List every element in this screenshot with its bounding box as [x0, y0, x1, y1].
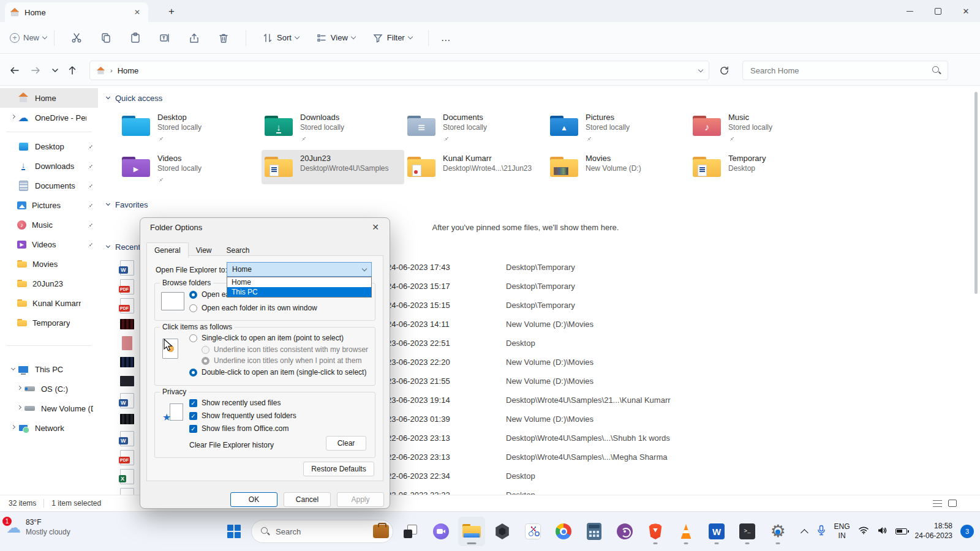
taskbar-clock[interactable]: 18:58 24-06-2023: [915, 522, 952, 541]
checkbox-office-files[interactable]: Show files from Office.com: [189, 424, 289, 433]
back-button[interactable]: [6, 62, 23, 79]
notification-badge[interactable]: 3: [960, 525, 974, 538]
start-button[interactable]: [221, 517, 247, 546]
address-dropdown-icon[interactable]: [698, 67, 703, 72]
details-view-icon[interactable]: [933, 500, 942, 507]
settings-button[interactable]: ⚙: [764, 517, 791, 546]
terminal-button[interactable]: >_: [734, 517, 761, 546]
word-button[interactable]: W: [703, 517, 730, 546]
new-button[interactable]: New: [10, 33, 47, 43]
calculator-button[interactable]: [581, 517, 608, 546]
tray-overflow-icon[interactable]: [801, 529, 809, 537]
minimize-button[interactable]: [895, 0, 924, 22]
breadcrumb[interactable]: › Home: [89, 61, 709, 80]
chrome-button[interactable]: [550, 517, 577, 546]
sidebar-item[interactable]: Downloads: [0, 156, 98, 176]
restore-button[interactable]: [924, 0, 952, 22]
battery-icon[interactable]: [895, 528, 907, 534]
quick-access-tile[interactable]: Videos Stored locally: [119, 150, 262, 184]
tor-browser-button[interactable]: [611, 517, 638, 546]
sidebar-item[interactable]: Home: [0, 88, 98, 108]
file-explorer-button[interactable]: [458, 517, 485, 546]
radio-double-click[interactable]: Double-click to open an item (single-cli…: [189, 368, 366, 377]
language-indicator[interactable]: ENG IN: [834, 522, 850, 541]
sidebar-item[interactable]: Pictures: [0, 195, 98, 215]
sidebar-item[interactable]: 20Jun23: [0, 274, 98, 293]
speaker-icon[interactable]: [877, 526, 888, 538]
sidebar-item[interactable]: OS (C:): [0, 379, 98, 399]
breadcrumb-item-home[interactable]: Home: [118, 66, 139, 75]
recent-locations-button[interactable]: [47, 62, 64, 79]
refresh-button[interactable]: [715, 62, 733, 79]
quick-access-tile[interactable]: Desktop Stored locally: [119, 109, 262, 143]
chevron-icon[interactable]: [17, 386, 21, 390]
sidebar-item[interactable]: Music: [0, 215, 98, 234]
forward-button[interactable]: [27, 62, 44, 79]
quick-access-tile[interactable]: Movies New Volume (D:): [547, 150, 690, 184]
dialog-close-button[interactable]: ✕: [370, 222, 381, 232]
sidebar-item[interactable]: Videos: [0, 234, 98, 254]
recent-header[interactable]: Recent: [107, 242, 140, 252]
close-button[interactable]: ✕: [952, 0, 980, 22]
sidebar-item[interactable]: Desktop: [0, 137, 98, 156]
more-options-button[interactable]: …: [441, 32, 451, 43]
weather-widget[interactable]: ☁1 83°F Mostly cloudy: [6, 518, 70, 537]
thumbnails-view-icon[interactable]: [948, 500, 957, 507]
restore-defaults-button[interactable]: Restore Defaults: [303, 462, 374, 476]
vlc-button[interactable]: [673, 517, 699, 546]
view-button[interactable]: View: [316, 32, 355, 43]
brave-button[interactable]: [642, 517, 669, 546]
quick-access-tile[interactable]: 20Jun23 Desktop\Wrote4U\Samples: [262, 150, 404, 184]
taskbar-search[interactable]: Search: [251, 520, 393, 543]
sidebar-item[interactable]: Network: [0, 418, 98, 438]
quick-access-tile[interactable]: Music Stored locally: [690, 109, 832, 143]
sidebar-item[interactable]: This PC: [0, 359, 98, 379]
delete-button[interactable]: [213, 28, 234, 48]
sidebar-item[interactable]: Temporary: [0, 313, 98, 332]
cancel-button[interactable]: Cancel: [284, 492, 331, 507]
new-tab-button[interactable]: +: [164, 5, 179, 20]
scrollbar-thumb[interactable]: [974, 92, 978, 294]
tab-close-icon[interactable]: ✕: [131, 6, 143, 18]
cut-button[interactable]: [66, 28, 87, 48]
search-input[interactable]: [749, 66, 932, 76]
chevron-icon[interactable]: [10, 366, 15, 370]
quick-access-tile[interactable]: Pictures Stored locally: [547, 109, 690, 143]
radio-single-click[interactable]: Single-click to open an item (point to s…: [189, 334, 344, 342]
copy-button[interactable]: [96, 28, 116, 48]
ok-button[interactable]: OK: [230, 492, 277, 507]
sidebar-item[interactable]: OneDrive - Persona: [0, 108, 98, 127]
dropdown-option-this-pc[interactable]: This PC: [227, 287, 371, 297]
sidebar-item[interactable]: Kunal Kumarr: [0, 293, 98, 313]
quick-access-tile[interactable]: Temporary Desktop: [690, 150, 832, 184]
snipping-tool-button[interactable]: [519, 517, 546, 546]
tab-search[interactable]: Search: [219, 243, 257, 257]
quick-access-tile[interactable]: Kunal Kumarr Desktop\Wrote4...\21Jun23: [404, 150, 547, 184]
chevron-icon[interactable]: [17, 405, 21, 410]
chat-button[interactable]: [428, 517, 454, 546]
sort-button[interactable]: Sort: [262, 32, 299, 43]
vertical-scrollbar[interactable]: [973, 89, 979, 493]
microphone-icon[interactable]: [816, 525, 826, 538]
checkbox-recent-files[interactable]: Show recently used files: [189, 399, 281, 407]
quick-access-tile[interactable]: Downloads Stored locally: [262, 109, 404, 143]
hexagon-app-button[interactable]: [489, 517, 516, 546]
paste-button[interactable]: [125, 28, 146, 48]
apply-button[interactable]: Apply: [337, 492, 384, 507]
dropdown-option-home[interactable]: Home: [227, 277, 371, 287]
open-explorer-to-combobox[interactable]: Home: [227, 262, 372, 277]
wifi-icon[interactable]: [858, 526, 869, 537]
up-button[interactable]: [64, 62, 81, 79]
filter-button[interactable]: Filter: [372, 32, 412, 43]
search-box[interactable]: [742, 61, 948, 80]
chevron-icon[interactable]: [10, 425, 15, 429]
share-button[interactable]: [184, 28, 205, 48]
favorites-header[interactable]: Favorites: [107, 200, 148, 209]
tab-general[interactable]: General: [146, 242, 189, 258]
quick-access-tile[interactable]: Documents Stored locally: [404, 109, 547, 143]
tab-view[interactable]: View: [189, 243, 219, 257]
sidebar-item[interactable]: Documents: [0, 176, 98, 195]
sidebar-item[interactable]: New Volume (D:): [0, 399, 98, 418]
rename-button[interactable]: [154, 28, 175, 48]
clear-button[interactable]: Clear: [326, 436, 366, 451]
